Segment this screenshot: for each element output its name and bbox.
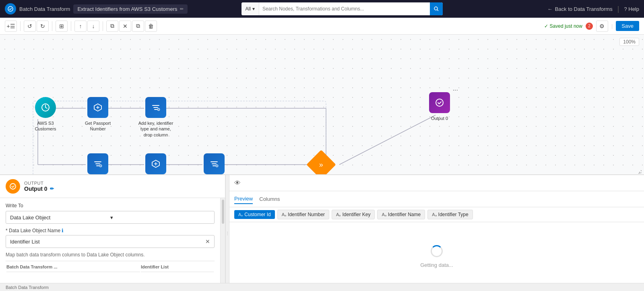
type-icon-customer-id: Aₐ (238, 212, 243, 217)
saved-label: Saved just now (550, 23, 582, 29)
search-bar: All ▾ (242, 2, 443, 15)
panel-resize-divider[interactable]: ⋮ (225, 175, 229, 291)
column-chip-identifier-name[interactable]: Aₐ Identifier Name (377, 210, 425, 219)
toolbar-add-group: +☰ (5, 21, 17, 32)
data-loading-area: Getting data... (229, 222, 644, 291)
left-panel-body: Write To Data Lake Object ▾ * Data Lake … (0, 198, 220, 291)
data-lake-object-name-input-wrap: ✕ (6, 235, 215, 248)
output-name: Output 0 ✏ (24, 186, 54, 192)
write-to-select[interactable]: Data Lake Object ▾ (6, 211, 215, 224)
save-button[interactable]: Save (616, 21, 639, 31)
node-get-passport-icon (87, 97, 108, 118)
tab-columns[interactable]: Columns (259, 194, 280, 204)
info-icon[interactable]: ℹ (62, 228, 64, 233)
search-filter-label: All (246, 6, 251, 12)
node-add-key-name-icon (204, 153, 225, 174)
help-label: Help (628, 6, 639, 12)
toolbar-edit-group: ⧉ ✕ ⧉ 🗑 (106, 21, 157, 32)
cut-button[interactable]: ✕ (119, 21, 131, 32)
tab-title: Extract Identifiers from AWS S3 Customer… (77, 6, 177, 12)
clear-input-button[interactable]: ✕ (205, 238, 210, 245)
node-aws-s3-label: AWS S3 Customers (27, 120, 64, 132)
search-input[interactable] (259, 2, 430, 15)
node-aws-s3[interactable]: AWS S3 Customers (27, 97, 64, 132)
nav-right: ← Back to Data Transforms | ? Help (547, 5, 639, 13)
svg-point-20 (10, 184, 16, 189)
tab-preview[interactable]: Preview (234, 194, 253, 204)
download-icon: ↓ (92, 23, 95, 29)
node-add-key-identifier[interactable]: Add key, identifier type and name, drop … (138, 97, 174, 138)
search-button[interactable] (430, 2, 443, 15)
download-button[interactable]: ↓ (87, 21, 99, 32)
copy-icon: ⧉ (110, 23, 114, 29)
toolbar-separator-2 (52, 21, 52, 31)
undo-icon: ↺ (27, 23, 32, 29)
copy-button[interactable]: ⧉ (106, 21, 118, 32)
help-button[interactable]: ? Help (624, 6, 639, 12)
loading-spinner (431, 245, 443, 257)
upload-button[interactable]: ↑ (74, 21, 87, 32)
drag-handle-icon: ⋮ (225, 231, 229, 235)
left-panel-scrollbar[interactable] (220, 198, 225, 291)
bottom-panel: OUTPUT Output 0 ✏ Write To Data Lake Obj… (0, 174, 644, 291)
svg-point-18 (216, 165, 218, 167)
add-button[interactable]: +☰ (5, 21, 17, 32)
app-icon (5, 3, 16, 14)
left-panel-content: Write To Data Lake Object ▾ * Data Lake … (0, 198, 225, 291)
scroll-thumb (222, 200, 224, 224)
status-bar: Batch Data Transform (0, 283, 644, 291)
node-get-customer-reward-icon (145, 153, 166, 174)
redo-button[interactable]: ↻ (37, 21, 49, 32)
column-chip-identifier-number[interactable]: Aₐ Identifier Number (277, 210, 329, 219)
node-add-key-identifier-label: Add key, identifier type and name, drop … (138, 120, 174, 138)
mapping-col2-header: Identifier List (141, 262, 214, 272)
toolbar-io-group: ↑ ↓ (74, 21, 99, 32)
trash-icon: 🗑 (148, 23, 154, 29)
paste-button[interactable]: ⧉ (132, 21, 144, 32)
node-get-passport[interactable]: Get Passport Number (80, 97, 116, 132)
node-output-0-icon (429, 92, 450, 113)
chevron-down-icon: ▾ (252, 6, 255, 12)
column-chip-identifier-type[interactable]: Aₐ Identifier Type (427, 210, 473, 219)
data-lake-object-name-input[interactable] (10, 239, 205, 245)
right-panel-toolbar: 👁 (229, 175, 644, 191)
column-chip-identifier-key[interactable]: Aₐ Identifier Key (332, 210, 375, 219)
three-dot-menu[interactable]: ··· (453, 87, 458, 94)
back-arrow-icon: ← (547, 6, 553, 12)
column-label-identifier-key: Identifier Key (342, 212, 370, 217)
edit-output-icon[interactable]: ✏ (50, 186, 54, 192)
column-label-customer-id: Customer Id (244, 212, 270, 217)
mapping-description: Map batch data transform columns to Data… (6, 252, 215, 258)
mapping-col1-header: Batch Data Transform ... (6, 262, 140, 272)
settings-button[interactable]: ⚙ (596, 21, 608, 32)
node-add-key-identifier-icon (145, 97, 166, 118)
delete-button[interactable]: 🗑 (145, 21, 157, 32)
svg-point-15 (157, 108, 160, 111)
mapping-table: Batch Data Transform ... Identifier List (6, 261, 215, 273)
eye-button[interactable]: 👁 (234, 180, 241, 187)
column-headers: Aₐ Customer Id Aₐ Identifier Number Aₐ I… (229, 207, 644, 222)
column-label-identifier-number: Identifier Number (288, 212, 325, 217)
column-chip-customer-id[interactable]: Aₐ Customer Id (234, 210, 275, 219)
error-badge[interactable]: 2 (586, 23, 593, 30)
left-panel-header: OUTPUT Output 0 ✏ (0, 175, 225, 198)
getting-data-text: Getting data... (420, 262, 453, 268)
search-filter-dropdown[interactable]: All ▾ (242, 2, 259, 15)
resize-corner-handle[interactable] (637, 169, 643, 175)
app-name: Batch Data Transform (19, 6, 70, 12)
write-to-label: Write To (6, 203, 215, 208)
node-append-0-wrapper: » (310, 153, 332, 176)
paste-icon: ⧉ (136, 23, 140, 29)
saved-status: ✓ Saved just now (544, 23, 582, 29)
undo-button[interactable]: ↺ (24, 21, 36, 32)
right-panel: 👁 Preview Columns Aₐ Customer Id Aₐ Iden (229, 175, 644, 291)
upload-icon: ↑ (79, 23, 82, 29)
node-output-0-label: Output 0 (431, 116, 448, 121)
tree-view-button[interactable]: ⊞ (56, 21, 68, 32)
redo-icon: ↻ (40, 23, 45, 29)
current-tab[interactable]: Extract Identifiers from AWS S3 Customer… (73, 4, 187, 14)
back-button[interactable]: ← Back to Data Transforms (547, 6, 613, 12)
node-output-0[interactable]: ··· Output 0 (429, 92, 450, 121)
tree-icon: ⊞ (59, 23, 64, 29)
type-icon-identifier-name: Aₐ (382, 212, 386, 217)
